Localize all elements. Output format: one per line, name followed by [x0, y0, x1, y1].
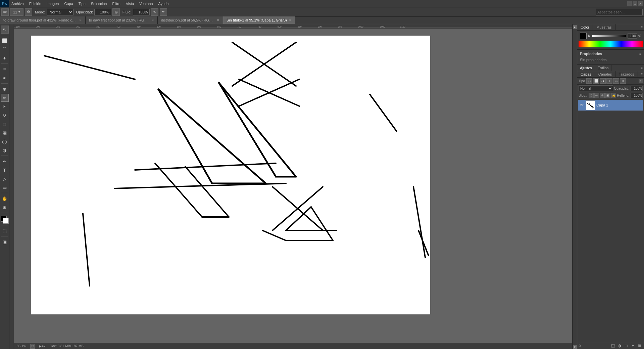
search-input[interactable]: [596, 9, 643, 15]
lock-paint-btn[interactable]: ✏: [594, 93, 599, 98]
select-rect-tool[interactable]: ⬜: [1, 37, 9, 45]
new-adjustment-btn[interactable]: ◑: [616, 343, 623, 348]
layers-panel-menu[interactable]: ≡: [639, 71, 644, 77]
canales-tab[interactable]: Canales: [595, 71, 615, 77]
magic-wand-tool[interactable]: ✦: [1, 54, 9, 62]
opacity-input[interactable]: [94, 9, 111, 15]
estilos-tab[interactable]: Estilos: [595, 65, 611, 71]
menu-ayuda[interactable]: Ayuda: [156, 1, 171, 6]
layer-kind-text[interactable]: T: [606, 78, 612, 84]
drawing-canvas[interactable]: [31, 36, 430, 314]
menu-capa[interactable]: Capa: [61, 1, 76, 6]
color-tab[interactable]: Color: [577, 24, 593, 30]
tab-3-close[interactable]: ✕: [217, 18, 219, 22]
color-panel-menu[interactable]: ≡: [639, 24, 644, 30]
scroll-up-btn[interactable]: ▲: [573, 25, 577, 29]
trazados-tab[interactable]: Trazados: [615, 71, 638, 77]
background-color[interactable]: [3, 218, 9, 224]
move-tool[interactable]: ↖: [1, 26, 9, 34]
tab-1-close[interactable]: ✕: [79, 18, 82, 22]
shape-tool[interactable]: ▭: [1, 183, 9, 191]
tool-preset-icon[interactable]: ✏: [1, 8, 9, 16]
lock-all-btn[interactable]: 🔒: [611, 93, 616, 98]
new-layer-btn[interactable]: +: [630, 343, 636, 348]
menu-edicion[interactable]: Edición: [27, 1, 44, 6]
skip-btn[interactable]: ⏭: [42, 344, 46, 348]
hand-tool[interactable]: ✋: [1, 194, 9, 203]
canvas-area[interactable]: 150 200 250 300 350 400 450 500 550 600 …: [14, 24, 572, 349]
path-select-tool[interactable]: ▷: [1, 175, 9, 183]
layer-kind-adjust[interactable]: ◑: [600, 78, 606, 84]
layer-kind-smart[interactable]: ⊛: [620, 78, 626, 84]
heal-tool[interactable]: ⊕: [1, 85, 9, 93]
k-slider[interactable]: [592, 35, 626, 37]
blur-tool[interactable]: ◯: [1, 137, 9, 145]
delete-layer-btn[interactable]: 🗑: [637, 343, 643, 348]
new-group-btn[interactable]: □: [623, 343, 629, 348]
smoothing-btn[interactable]: ∿: [151, 8, 158, 16]
capas-tab[interactable]: Capas: [577, 71, 595, 77]
flow-input[interactable]: [133, 9, 150, 15]
layer-kind-pixel[interactable]: ⬜: [593, 78, 599, 84]
menu-ventana[interactable]: Ventana: [137, 1, 155, 6]
maximize-button[interactable]: □: [633, 1, 637, 6]
fill-value[interactable]: [631, 93, 643, 98]
tab-4-close[interactable]: ✕: [289, 18, 292, 22]
screen-mode-btn[interactable]: ▣: [1, 238, 9, 246]
history-tool[interactable]: ↺: [1, 111, 9, 119]
lock-artboard-btn[interactable]: ▣: [605, 93, 610, 98]
gradient-tool[interactable]: ▦: [1, 129, 9, 137]
properties-collapse[interactable]: ≡: [639, 52, 641, 56]
color-switcher[interactable]: [1, 216, 9, 224]
eraser-tool[interactable]: ◻: [1, 120, 9, 128]
fx-label[interactable]: fx: [579, 344, 581, 347]
text-tool[interactable]: T: [1, 166, 9, 174]
color-swatch[interactable]: [580, 33, 587, 39]
layer-item[interactable]: 👁 Capa 1: [578, 100, 643, 111]
canvas-container[interactable]: [14, 29, 572, 344]
color-spectrum[interactable]: [579, 41, 643, 47]
airbrush-toggle[interactable]: ⊛: [112, 8, 120, 16]
adj-panel-menu[interactable]: ≡: [639, 65, 644, 71]
minimize-button[interactable]: ─: [627, 1, 632, 6]
brush-tool[interactable]: ✏: [1, 94, 9, 102]
tab-3[interactable]: distribucion.pdf al 56,5% (RGB/8) ✕: [158, 16, 223, 24]
menu-seleccion[interactable]: Selección: [88, 1, 110, 6]
tab-1[interactable]: to draw ground floor.pdf al 432% (Fondo …: [0, 16, 86, 24]
tab-4[interactable]: Sin título-1 al 95,1% (Capa 1, Gris/8) ✕: [223, 16, 295, 24]
menu-vista[interactable]: Vista: [123, 1, 137, 6]
lock-position-btn[interactable]: ✛: [600, 93, 605, 98]
close-button[interactable]: ✕: [638, 1, 643, 6]
menu-imagen[interactable]: Imagen: [44, 1, 62, 6]
eyedropper-tool[interactable]: ✒: [1, 74, 9, 82]
layer-kind-shape[interactable]: ▭: [613, 78, 619, 84]
add-mask-btn[interactable]: ⬚: [610, 343, 616, 348]
lock-transparent-btn[interactable]: ⬚: [589, 93, 594, 98]
zoom-tool[interactable]: ⊕: [1, 203, 9, 211]
tab-2[interactable]: to daw first floor.pdf al 23,9% (RGB/8) …: [86, 16, 158, 24]
blending-mode-select[interactable]: Normal: [579, 85, 613, 91]
tab-2-close[interactable]: ✕: [151, 18, 154, 22]
scroll-down-btn[interactable]: ▼: [573, 345, 577, 349]
play-btn[interactable]: ▶: [39, 344, 42, 348]
brush-settings-btn[interactable]: ⚙: [25, 8, 32, 16]
k-value-input[interactable]: [628, 33, 637, 39]
menu-archivo[interactable]: Archivo: [9, 1, 27, 6]
lasso-tool[interactable]: ⌒: [1, 45, 9, 53]
swatches-tab[interactable]: Muestras: [593, 24, 615, 30]
clone-tool[interactable]: ✂: [1, 102, 9, 111]
ajustes-tab[interactable]: Ajustes: [577, 65, 595, 71]
brush-preset-picker[interactable]: 11 ▼: [10, 8, 23, 16]
layer-kind-all[interactable]: ⬚: [586, 78, 592, 84]
layer-filter-toggle[interactable]: ○: [639, 79, 643, 83]
crop-tool[interactable]: ⌗: [1, 65, 9, 73]
dodge-tool[interactable]: ◑: [1, 146, 9, 154]
zoom-fit-btn[interactable]: ⬚: [30, 344, 35, 349]
menu-filtro[interactable]: Filtro: [109, 1, 123, 6]
opacity-value-layers[interactable]: [631, 86, 643, 91]
mode-select[interactable]: Normal: [47, 9, 73, 15]
layer-visibility-toggle[interactable]: 👁: [580, 103, 584, 107]
pen-tool[interactable]: ✒: [1, 157, 9, 165]
quick-mask-tool[interactable]: ⬚: [1, 227, 9, 235]
stylus-btn[interactable]: ✒: [160, 8, 167, 16]
